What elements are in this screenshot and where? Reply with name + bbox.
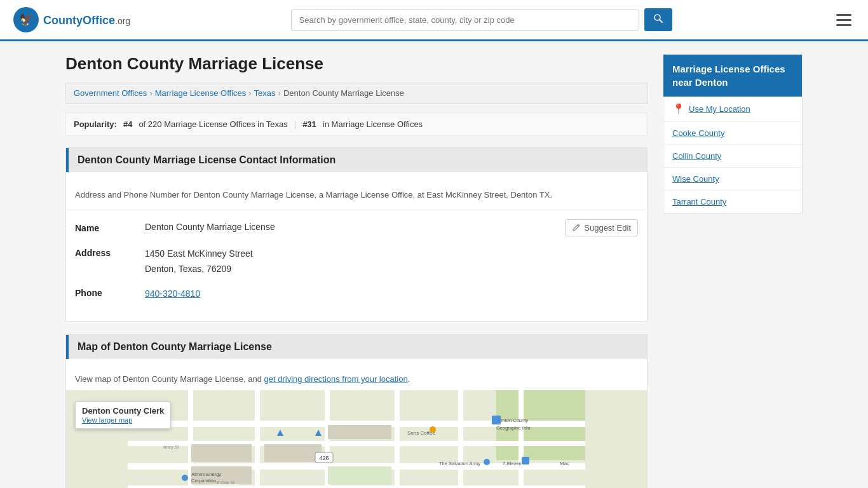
name-label: Name: [75, 222, 145, 233]
logo-area: 🦅 CountyOffice.org: [13, 6, 130, 33]
edit-icon: [572, 223, 581, 232]
contact-name-row: Name Denton County Marriage License Sugg…: [75, 219, 638, 236]
svg-rect-13: [255, 390, 260, 488]
breadcrumb-sep: ›: [149, 88, 152, 98]
svg-line-3: [660, 20, 662, 22]
menu-line: [836, 24, 851, 26]
view-larger-map-link[interactable]: View larger map: [82, 416, 132, 424]
popularity-rank1: #4: [123, 119, 132, 129]
svg-text:The Salvation Army: The Salvation Army: [439, 461, 480, 466]
svg-rect-10: [128, 485, 585, 488]
map-description: View map of Denton County Marriage Licen…: [66, 368, 647, 390]
svg-text:426: 426: [319, 455, 329, 461]
breadcrumb-marriage-offices[interactable]: Marriage License Offices: [155, 88, 247, 98]
page-title: Denton County Marriage License: [65, 54, 648, 74]
location-pin-icon: 📍: [672, 103, 685, 115]
breadcrumb-gov-offices[interactable]: Government Offices: [74, 88, 147, 98]
popularity-label: Popularity:: [74, 119, 117, 129]
svg-text:Geographic Info: Geographic Info: [496, 425, 530, 431]
tarrant-county-link[interactable]: Tarrant County: [672, 197, 726, 207]
sidebar-item-cooke-county[interactable]: Cooke County: [663, 122, 802, 145]
svg-line-4: [578, 226, 579, 227]
menu-line: [836, 14, 851, 16]
contact-address-row: Address 1450 East McKinney Street Denton…: [75, 247, 638, 277]
search-input[interactable]: [291, 10, 639, 30]
address-line2: Denton, Texas, 76209: [145, 262, 253, 277]
svg-rect-23: [328, 466, 391, 484]
collin-county-link[interactable]: Collin County: [672, 151, 721, 161]
svg-text:E Oak St: E Oak St: [217, 480, 234, 485]
breadcrumb: Government Offices › Marriage License Of…: [65, 83, 648, 104]
breadcrumb-sep: ›: [248, 88, 251, 98]
phone-value: 940-320-4810: [145, 287, 200, 302]
cooke-county-link[interactable]: Cooke County: [672, 128, 724, 138]
svg-text:Atmos Energy: Atmos Energy: [191, 471, 221, 477]
svg-rect-34: [522, 457, 529, 464]
contact-section: Denton County Marriage License Contact I…: [65, 147, 648, 322]
logo-icon: 🦅: [13, 6, 39, 33]
header: 🦅 CountyOffice.org: [0, 0, 868, 41]
popularity-stat2: in Marriage License Offices: [323, 119, 423, 129]
svg-text:🦅: 🦅: [19, 13, 34, 27]
use-my-location-link[interactable]: Use My Location: [689, 104, 750, 114]
sidebar-item-tarrant-county[interactable]: Tarrant County: [663, 191, 802, 213]
popularity-rank2: #31: [302, 119, 316, 129]
svg-text:7-Eleven: 7-Eleven: [503, 461, 522, 466]
main-wrapper: Denton County Marriage License Governmen…: [53, 41, 815, 488]
driving-directions-link[interactable]: get driving directions from your locatio…: [264, 374, 408, 384]
breadcrumb-current: Denton County Marriage License: [283, 88, 404, 98]
map-section: Map of Denton County Marriage License Vi…: [65, 334, 648, 488]
svg-rect-15: [395, 390, 400, 488]
address-line1: 1450 East McKinney Street: [145, 247, 253, 262]
popup-title: Denton County Clerk: [82, 406, 164, 416]
address-value: 1450 East McKinney Street Denton, Texas,…: [145, 247, 253, 277]
phone-label: Phone: [75, 287, 145, 298]
wise-county-link[interactable]: Wise County: [672, 174, 719, 184]
sidebar-box: Marriage License Offices near Denton 📍 U…: [663, 54, 803, 214]
hamburger-menu-button[interactable]: [832, 10, 855, 30]
suggest-edit-button[interactable]: Suggest Edit: [565, 219, 638, 236]
svg-rect-17: [519, 390, 524, 488]
logo-text: CountyOffice.org: [43, 13, 130, 27]
phone-link[interactable]: 940-320-4810: [145, 288, 200, 299]
svg-text:Denton County: Denton County: [496, 417, 528, 423]
map-container: 426 Sons Coffee Denton County Geographic…: [66, 390, 647, 488]
map-section-header: Map of Denton County Marriage License: [66, 335, 647, 359]
svg-text:Mac: Mac: [560, 461, 569, 466]
sidebar-title: Marriage License Offices near Denton: [663, 55, 802, 97]
svg-rect-16: [458, 390, 463, 488]
contact-table: Name Denton County Marriage License Sugg…: [66, 210, 647, 321]
map-popup: Denton County Clerk View larger map: [75, 402, 171, 429]
contact-phone-row: Phone 940-320-4810: [75, 287, 638, 302]
sidebar: Marriage License Offices near Denton 📍 U…: [663, 54, 803, 488]
content-area: Denton County Marriage License Governmen…: [65, 54, 648, 488]
sidebar-item-wise-county[interactable]: Wise County: [663, 168, 802, 191]
contact-description: Address and Phone Number for Denton Coun…: [66, 181, 647, 210]
popularity-stat1: of 220 Marriage License Offices in Texas: [139, 119, 287, 129]
sidebar-item-collin-county[interactable]: Collin County: [663, 145, 802, 168]
svg-rect-18: [191, 444, 252, 462]
svg-rect-20: [328, 425, 391, 439]
svg-point-27: [430, 426, 436, 433]
search-icon: [653, 13, 663, 24]
contact-section-header: Denton County Marriage License Contact I…: [66, 148, 647, 172]
popularity-bar: Popularity: #4 of 220 Marriage License O…: [65, 112, 648, 136]
breadcrumb-texas[interactable]: Texas: [254, 88, 276, 98]
svg-rect-19: [264, 444, 322, 462]
search-area: [291, 8, 672, 31]
svg-rect-30: [492, 416, 501, 424]
name-value: Denton County Marriage License: [145, 220, 275, 235]
breadcrumb-sep: ›: [278, 88, 281, 98]
menu-line: [836, 19, 851, 21]
svg-point-32: [484, 459, 490, 465]
svg-text:inney St: inney St: [163, 445, 179, 450]
address-label: Address: [75, 247, 145, 258]
svg-point-46: [182, 475, 188, 481]
svg-text:Corporation: Corporation: [191, 478, 216, 484]
search-button[interactable]: [644, 8, 672, 31]
sidebar-use-location[interactable]: 📍 Use My Location: [663, 97, 802, 122]
